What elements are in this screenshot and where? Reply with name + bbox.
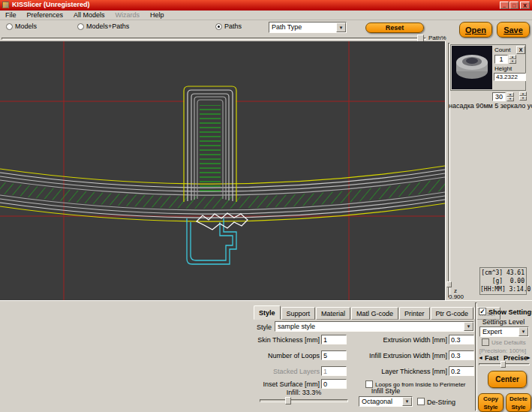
radio-paths[interactable] (215, 23, 222, 30)
panel-scroll-spinner[interactable]: ▲ ▼ (519, 92, 527, 101)
extrusion-width-field[interactable] (449, 335, 474, 344)
menu-file[interactable]: File (0, 11, 22, 19)
maximize-button[interactable]: □ (509, 2, 518, 9)
inset-surface-field[interactable] (321, 379, 347, 389)
use-defaults-checkbox (482, 338, 489, 346)
model-name: насадка 90мм 5 зеркало ус (449, 102, 532, 110)
count-label: Count (494, 47, 510, 53)
minimize-button[interactable]: _ (500, 2, 509, 9)
chevron-down-icon[interactable]: ▼ (464, 322, 473, 331)
center-button[interactable]: Center (488, 371, 527, 388)
stacked-layers-label: Stacked Layers (210, 368, 320, 375)
angle-field[interactable] (492, 92, 506, 101)
precise-arrow-icon: ► (526, 355, 531, 360)
height-field[interactable] (494, 73, 526, 81)
use-defaults-label: Use Defaults (491, 339, 526, 346)
show-settings-checkbox[interactable]: ✓ (479, 308, 486, 315)
path-type-value: Path Type (269, 23, 336, 32)
tab-matl-gcode[interactable]: Matl G-code (351, 307, 398, 320)
menu-preferences[interactable]: Preferences (22, 11, 69, 19)
precise-label[interactable]: Precise (503, 354, 527, 362)
infill-extrusion-width-field[interactable] (449, 350, 474, 360)
spin-down-icon[interactable]: ▼ (506, 97, 514, 101)
style-value: sample style (275, 322, 464, 331)
time-readout: [HH:MM] 3:14.0 (480, 285, 524, 293)
model-card[interactable]: Count X ▲ ▼ Height (450, 44, 526, 91)
reset-button[interactable]: Reset (365, 23, 424, 33)
menu-help[interactable]: Help (145, 11, 170, 19)
settings-tabs: Style Support Material Matl G-code Print… (254, 307, 501, 320)
menu-bar: File Preferences All Models Wizards Help (0, 11, 532, 20)
settings-level-value: Expert (480, 327, 518, 336)
radio-models-paths[interactable] (77, 23, 84, 30)
infill-percent-label: Infill: 33.3% (259, 389, 349, 396)
delete-style-button[interactable]: Delete Style (506, 393, 531, 412)
count-spinner[interactable]: ▲ ▼ (509, 55, 516, 64)
infill-slider-track[interactable] (260, 399, 348, 402)
fast-label[interactable]: Fast (485, 354, 499, 362)
model-side-panel: Count X ▲ ▼ Height ▲ ▼ ▲ ▼ насадка 90мм … (445, 41, 532, 300)
infill-slider-handle[interactable] (285, 397, 291, 404)
z-slider-handle[interactable] (446, 281, 452, 287)
speed-slider-handle[interactable] (500, 361, 506, 368)
infill-style-dropdown[interactable]: Octagonal ▼ (359, 396, 413, 407)
tab-support[interactable]: Support (281, 307, 316, 320)
infill-extrusion-width-label: Infill Extrusion Width [mm] (323, 352, 447, 359)
skin-thickness-label: Skin Thickness [mm] (210, 336, 320, 344)
spin-down-icon[interactable]: ▼ (519, 96, 527, 101)
radio-paths-label[interactable]: Paths (224, 23, 242, 30)
chevron-down-icon[interactable]: ▼ (336, 23, 346, 32)
copy-style-button[interactable]: Copy Style (478, 393, 503, 412)
spin-down-icon[interactable]: ▼ (509, 59, 516, 64)
tab-material[interactable]: Material (316, 307, 350, 320)
style-dropdown[interactable]: sample style ▼ (275, 321, 474, 332)
volume-readout: [cm^3] 43.61 (480, 269, 524, 277)
infill-style-value: Octagonal (359, 397, 402, 406)
layer-thickness-field[interactable] (449, 366, 474, 376)
estimate-readout: [cm^3] 43.61 [g] 0.00 [HH:MM] 3:14.0 (479, 267, 527, 295)
layer-thickness-label: Layer Thickness [mm] (323, 368, 447, 375)
save-button[interactable]: Save (497, 22, 530, 38)
app-icon (2, 2, 9, 8)
settings-level-dropdown[interactable]: Expert ▼ (479, 326, 529, 337)
radio-models-label[interactable]: Models (15, 23, 37, 30)
style-label: Style (239, 323, 272, 331)
column-infill-paths (200, 105, 221, 194)
settings-level-label: Settings Level (476, 318, 530, 326)
height-label: Height (494, 65, 512, 72)
show-settings-label[interactable]: Show Settings (488, 308, 532, 316)
path-percent-slider-track[interactable] (2, 38, 426, 40)
menu-wizards: Wizards (110, 11, 146, 19)
open-button[interactable]: Open (459, 22, 492, 38)
chevron-down-icon[interactable]: ▼ (518, 327, 528, 336)
tab-ptr-gcode[interactable]: Ptr G-code (431, 307, 474, 320)
chevron-down-icon[interactable]: ▼ (402, 397, 412, 406)
app-window: KISSlicer (Unregistered) _ □ X File Pref… (0, 0, 532, 412)
destring-label[interactable]: De-String (427, 398, 455, 406)
radio-models-paths-label[interactable]: Models+Paths (86, 23, 129, 30)
path-type-dropdown[interactable]: Path Type ▼ (269, 22, 347, 33)
number-of-loops-label: Number of Loops (210, 352, 320, 359)
tab-printer[interactable]: Printer (399, 307, 430, 320)
precision-label: [Precision: 100%] (473, 347, 532, 354)
settings-panel: Style Support Material Matl G-code Print… (0, 300, 532, 412)
mass-readout: [g] 0.00 (480, 277, 524, 285)
window-title: KISSlicer (Unregistered) (12, 1, 90, 8)
z-value: 0.900 (449, 293, 464, 300)
title-bar[interactable]: KISSlicer (Unregistered) _ □ X (0, 0, 532, 11)
menu-all-models[interactable]: All Models (68, 11, 110, 19)
destring-checkbox[interactable] (417, 398, 425, 405)
tab-style[interactable]: Style (254, 305, 281, 320)
infill-style-label: Infill Style (359, 387, 413, 395)
close-button[interactable]: X (520, 2, 530, 9)
fast-arrow-icon: ◄ (478, 355, 483, 360)
view-toolbar: Models Models+Paths Paths Path Type ▼ Re… (0, 20, 532, 35)
inset-surface-label: Inset Surface [mm] (210, 380, 320, 388)
model-thumbnail[interactable] (452, 46, 492, 89)
count-field[interactable] (494, 55, 508, 64)
slice-preview-canvas[interactable] (0, 41, 445, 300)
path-percent-label: Path% (428, 35, 446, 41)
angle-spinner[interactable]: ▲ ▼ (506, 92, 514, 101)
model-close-button[interactable]: X (516, 46, 525, 54)
radio-models[interactable] (6, 23, 13, 30)
